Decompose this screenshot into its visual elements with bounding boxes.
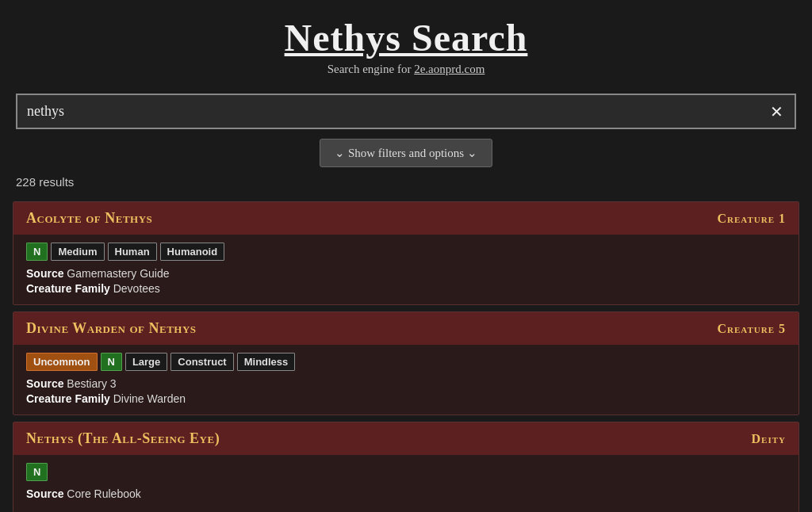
result-family: Creature Family Divine Warden <box>26 392 786 405</box>
result-card: Nethys (The All-Seeing Eye)DeityNSource … <box>13 422 799 512</box>
tags-row: NMediumHumanHumanoid <box>26 243 786 261</box>
result-source: Source Core Rulebook <box>26 487 786 500</box>
site-subtitle: Search engine for 2e.aonprd.com <box>0 63 812 76</box>
result-title: Acolyte of Nethys <box>26 210 152 227</box>
tag[interactable]: N <box>26 463 48 481</box>
tag[interactable]: Mindless <box>237 353 296 371</box>
result-source: Source Bestiary 3 <box>26 377 786 390</box>
result-header[interactable]: Acolyte of NethysCreature 1 <box>13 202 799 235</box>
tag[interactable]: N <box>26 243 48 261</box>
result-title: Divine Warden of Nethys <box>26 320 197 337</box>
search-clear-button[interactable]: ✕ <box>765 102 788 121</box>
search-bar-container: ✕ <box>0 82 812 129</box>
site-title: Nethys Search <box>0 16 812 59</box>
filters-button[interactable]: ⌄ Show filters and options ⌄ <box>320 139 492 167</box>
filters-row: ⌄ Show filters and options ⌄ <box>0 139 812 167</box>
results-container: Acolyte of NethysCreature 1NMediumHumanH… <box>0 201 812 512</box>
result-title: Nethys (The All-Seeing Eye) <box>26 430 220 447</box>
site-link[interactable]: 2e.aonprd.com <box>414 63 485 75</box>
result-type: Creature 5 <box>717 322 786 336</box>
site-header: Nethys Search Search engine for 2e.aonpr… <box>0 0 812 82</box>
result-header[interactable]: Nethys (The All-Seeing Eye)Deity <box>13 422 799 455</box>
search-input[interactable] <box>16 94 796 129</box>
result-body: NMediumHumanHumanoidSource Gamemastery G… <box>13 235 799 304</box>
result-body: UncommonNLargeConstructMindlessSource Be… <box>13 345 799 415</box>
tag[interactable]: Humanoid <box>160 243 225 261</box>
result-source: Source Gamemastery Guide <box>26 267 786 280</box>
result-body: NSource Core Rulebook <box>13 455 799 512</box>
tag[interactable]: Human <box>108 243 157 261</box>
result-type: Creature 1 <box>717 212 786 226</box>
tag[interactable]: Medium <box>51 243 104 261</box>
results-count: 228 results <box>0 167 812 195</box>
tags-row: N <box>26 463 786 481</box>
result-header[interactable]: Divine Warden of NethysCreature 5 <box>13 312 799 345</box>
tag[interactable]: N <box>101 353 122 371</box>
result-type: Deity <box>752 432 786 446</box>
result-family: Creature Family Devotees <box>26 282 786 295</box>
result-card: Divine Warden of NethysCreature 5Uncommo… <box>13 311 799 415</box>
result-card: Acolyte of NethysCreature 1NMediumHumanH… <box>13 201 799 305</box>
tag[interactable]: Large <box>125 353 167 371</box>
tag[interactable]: Construct <box>170 353 233 371</box>
tags-row: UncommonNLargeConstructMindless <box>26 353 786 371</box>
tag[interactable]: Uncommon <box>26 353 98 371</box>
